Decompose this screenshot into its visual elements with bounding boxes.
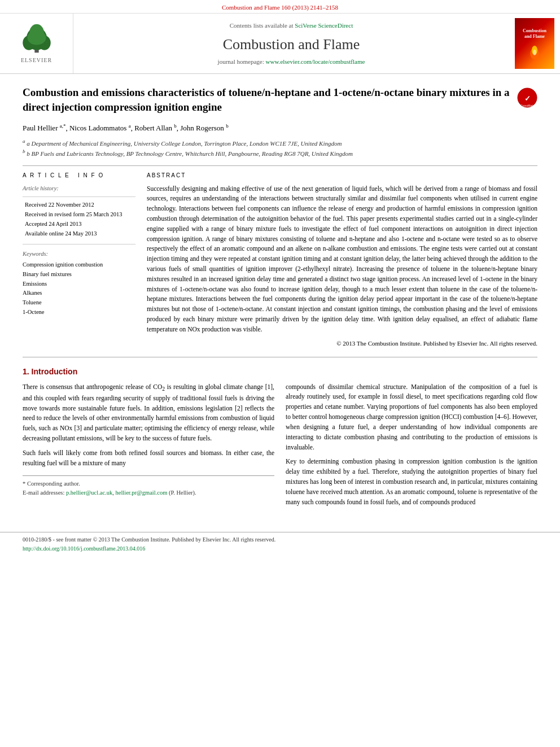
email-line: E-mail addresses: p.hellier@ucl.ac.uk, h… bbox=[23, 488, 274, 497]
info-divider-2 bbox=[23, 244, 135, 244]
homepage-line: journal homepage: www.elsevier.com/locat… bbox=[218, 58, 365, 66]
footer-doi: http://dx.doi.org/10.1016/j.combustflame… bbox=[23, 545, 537, 553]
section-divider bbox=[23, 165, 537, 166]
journal-ref: Combustion and Flame 160 (2013) 2141–215… bbox=[222, 4, 338, 11]
email-link-2[interactable]: hellier.pr@gmail.com bbox=[116, 490, 168, 496]
body-col-right: compounds of dissimilar chemical structu… bbox=[286, 382, 537, 512]
journal-cover-image: Combustion and Flame bbox=[515, 18, 554, 69]
section1-heading: 1. Introduction bbox=[23, 366, 537, 378]
svg-text:CrossMark: CrossMark bbox=[520, 104, 535, 107]
article-container: Combustion and emissions characteristics… bbox=[0, 74, 560, 523]
page-footer: 0010-2180/$ - see front matter © 2013 Th… bbox=[0, 532, 560, 557]
journal-main-title: Combustion and Flame bbox=[223, 34, 360, 55]
journal-cover-box: Combustion and Flame bbox=[509, 14, 560, 73]
keyword-4: Alkanes bbox=[23, 289, 135, 298]
keyword-2: Binary fuel mixtures bbox=[23, 270, 135, 279]
info-divider bbox=[23, 196, 135, 197]
sciverse-link[interactable]: SciVerse ScienceDirect bbox=[295, 22, 353, 29]
journal-ref-bar: Combustion and Flame 160 (2013) 2141–215… bbox=[0, 2, 560, 13]
cover-flame-icon bbox=[527, 42, 542, 59]
article-info-label: A R T I C L E I N F O bbox=[23, 172, 135, 180]
keyword-1: Compression ignition combustion bbox=[23, 261, 135, 269]
svg-text:✓: ✓ bbox=[524, 94, 531, 103]
footer-issn: 0010-2180/$ - see front matter © 2013 Th… bbox=[23, 536, 537, 544]
body-two-col: There is consensus that anthropogenic re… bbox=[23, 382, 537, 512]
authors-line: Paul Hellier a,*, Nicos Ladommatos a, Ro… bbox=[23, 123, 537, 134]
cover-title: Combustion and Flame bbox=[523, 28, 546, 40]
article-title: Combustion and emissions characteristics… bbox=[23, 85, 510, 114]
abstract-col: ABSTRACT Successfully designing and maki… bbox=[147, 172, 537, 348]
intro-para-3: compounds of dissimilar chemical structu… bbox=[286, 382, 537, 453]
keywords-block: Keywords: Compression ignition combustio… bbox=[23, 250, 135, 316]
history-label: Article history: bbox=[23, 184, 135, 194]
body-divider bbox=[23, 357, 537, 357]
abstract-text: Successfully designing and making effect… bbox=[147, 184, 537, 335]
corresponding-note: * Corresponding author. E-mail addresses… bbox=[23, 475, 274, 498]
star-note: * Corresponding author. bbox=[23, 479, 274, 488]
elsevier-logo-box: ELSEVIER bbox=[0, 14, 73, 73]
elsevier-tree-icon bbox=[14, 23, 59, 54]
intro-para-1: There is consensus that anthropogenic re… bbox=[23, 382, 274, 444]
received-date: Received 22 November 2012 bbox=[25, 200, 135, 210]
online-date: Available online 24 May 2013 bbox=[25, 229, 135, 239]
homepage-url[interactable]: www.elsevier.com/locate/combustflame bbox=[266, 58, 365, 65]
email-link-1[interactable]: p.hellier@ucl.ac.uk bbox=[66, 490, 112, 496]
doi-link[interactable]: http://dx.doi.org/10.1016/j.combustflame… bbox=[23, 545, 145, 552]
affiliation-b: b b BP Fuels and Lubricants Technology, … bbox=[23, 148, 537, 158]
accepted-date: Accepted 24 April 2013 bbox=[25, 220, 135, 229]
keywords-label: Keywords: bbox=[23, 250, 135, 259]
revised-date: Received in revised form 25 March 2013 bbox=[25, 210, 135, 220]
svg-point-5 bbox=[27, 30, 46, 45]
keyword-5: Toluene bbox=[23, 299, 135, 307]
intro-para-2: Such fuels will likely come from both re… bbox=[23, 448, 274, 469]
crossmark-icon: ✓ CrossMark bbox=[517, 88, 537, 108]
body-col-left: There is consensus that anthropogenic re… bbox=[23, 382, 274, 512]
intro-para-4: Key to determining combustion phasing in… bbox=[286, 457, 537, 507]
affiliations: a a Department of Mechanical Engineering… bbox=[23, 138, 537, 158]
affiliation-a: a a Department of Mechanical Engineering… bbox=[23, 138, 537, 148]
header-center: Contents lists available at SciVerse Sci… bbox=[73, 14, 509, 73]
article-info-abstract-section: A R T I C L E I N F O Article history: R… bbox=[23, 172, 537, 348]
elsevier-label: ELSEVIER bbox=[21, 56, 52, 64]
abstract-label: ABSTRACT bbox=[147, 172, 537, 180]
keyword-6: 1-Octene bbox=[23, 308, 135, 317]
svg-point-8 bbox=[533, 50, 536, 55]
keyword-3: Emissions bbox=[23, 280, 135, 289]
article-title-section: Combustion and emissions characteristics… bbox=[23, 85, 537, 114]
article-history-block: Article history: Received 22 November 20… bbox=[23, 184, 135, 239]
crossmark-box: ✓ CrossMark bbox=[517, 88, 537, 111]
article-info-col: A R T I C L E I N F O Article history: R… bbox=[23, 172, 135, 348]
contents-line: Contents lists available at SciVerse Sci… bbox=[230, 21, 353, 30]
header-main: ELSEVIER Contents lists available at Sci… bbox=[0, 13, 560, 73]
copyright-line: © 2013 The Combustion Institute. Publish… bbox=[147, 339, 537, 348]
top-header: Combustion and Flame 160 (2013) 2141–215… bbox=[0, 0, 560, 74]
